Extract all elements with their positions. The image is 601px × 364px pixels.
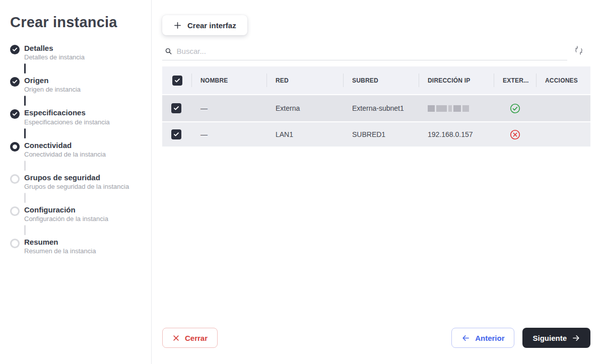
check-icon: [12, 111, 18, 117]
step-state-icon: [10, 45, 20, 54]
wizard-step-conectividad[interactable]: Conectividad Conectividad de la instanci…: [10, 141, 151, 159]
search-field: [162, 47, 567, 60]
wizard-step-detalles[interactable]: Detalles Detalles de instancia: [10, 44, 151, 61]
create-instance-wizard: Crear instancia Detalles Detalles de ins…: [0, 0, 601, 364]
search-icon: [165, 47, 172, 55]
next-button[interactable]: Siguiente: [522, 328, 590, 348]
step-connector: [24, 161, 26, 171]
column-header-acciones[interactable]: ACCIONES: [536, 66, 590, 94]
step-connector: [24, 193, 26, 203]
cell-nombre: —: [191, 104, 266, 112]
next-label: Siguiente: [532, 334, 567, 342]
check-icon: [174, 78, 180, 84]
step-description: Conectividad de la instancia: [24, 151, 106, 159]
search-input[interactable]: [177, 47, 567, 55]
table-header: NOMBRE RED SUBRED DIRECCIÓN IP EXTER... …: [162, 66, 590, 94]
previous-button[interactable]: Anterior: [451, 328, 514, 348]
wizard-sidebar: Crear instancia Detalles Detalles de ins…: [0, 0, 152, 364]
step-label: Especificaciones: [24, 108, 110, 117]
column-header-direccion-ip[interactable]: DIRECCIÓN IP: [419, 66, 494, 94]
step-description: Especificaciones de instancia: [24, 119, 110, 126]
step-label: Detalles: [24, 44, 85, 52]
previous-label: Anterior: [475, 334, 504, 342]
wizard-step-origen[interactable]: Origen Origen de instancia: [10, 76, 151, 94]
table-row[interactable]: — LAN1 SUBRED1 192.168.0.157: [162, 122, 590, 147]
step-state-icon: [10, 77, 20, 87]
step-text: Configuración Configuración de la instan…: [24, 205, 108, 223]
step-description: Grupos de seguridad de la instancia: [24, 183, 129, 191]
step-text: Origen Origen de instancia: [24, 76, 81, 94]
step-description: Detalles de instancia: [24, 54, 85, 61]
footer-nav-buttons: Anterior Siguiente: [451, 328, 590, 348]
step-description: Origen de instancia: [24, 86, 81, 94]
arrow-left-icon: [461, 334, 470, 342]
step-connector: [24, 63, 26, 74]
row-checkbox[interactable]: [171, 103, 181, 113]
redacted-ip-blur: [428, 105, 494, 112]
check-icon: [12, 79, 18, 85]
page-title: Crear instancia: [10, 14, 151, 31]
step-text: Detalles Detalles de instancia: [24, 44, 85, 61]
cell-subred: SUBRED1: [343, 130, 419, 138]
interfaces-table: NOMBRE RED SUBRED DIRECCIÓN IP EXTER... …: [162, 66, 590, 147]
wizard-footer: Cerrar Anterior Siguiente: [162, 328, 590, 348]
cell-externa: [494, 103, 536, 114]
step-state-icon: [10, 109, 20, 119]
step-text: Grupos de seguridad Grupos de seguridad …: [24, 173, 129, 191]
plus-icon: [173, 21, 182, 30]
close-icon: [172, 334, 180, 342]
cell-subred: Externa-subnet1: [343, 104, 419, 112]
column-header-subred[interactable]: SUBRED: [343, 66, 419, 94]
step-label: Resumen: [24, 238, 96, 246]
step-state-icon: [10, 239, 20, 248]
wizard-content: Crear interfaz: [152, 0, 601, 364]
step-connector: [24, 96, 26, 106]
cell-red: Externa: [266, 104, 343, 112]
step-label: Configuración: [24, 205, 108, 214]
step-text: Especificaciones Especificaciones de ins…: [24, 108, 110, 126]
refresh-button[interactable]: [567, 43, 590, 57]
column-header-nombre[interactable]: NOMBRE: [191, 66, 266, 94]
step-state-icon: [10, 206, 20, 216]
step-connector: [24, 128, 26, 138]
cell-nombre: —: [191, 130, 266, 138]
row-checkbox-cell: [162, 103, 191, 113]
create-interface-label: Crear interfaz: [187, 21, 236, 30]
check-icon: [173, 131, 179, 137]
wizard-step-resumen[interactable]: Resumen Resumen de la instancia: [10, 238, 151, 255]
column-header-externa[interactable]: EXTER...: [494, 66, 536, 94]
circle-x-icon: [510, 129, 520, 140]
cell-direccion-ip: [419, 105, 494, 112]
step-label: Origen: [24, 76, 81, 85]
header-checkbox-cell: [162, 66, 191, 94]
step-description: Configuración de la instancia: [24, 215, 108, 223]
check-icon: [12, 47, 18, 52]
wizard-step-grupos-de-seguridad[interactable]: Grupos de seguridad Grupos de seguridad …: [10, 173, 151, 191]
step-label: Conectividad: [24, 141, 106, 150]
close-button[interactable]: Cerrar: [162, 328, 218, 348]
table-body: — Externa Externa-subnet1 — LAN1 SUBRED1…: [162, 95, 590, 147]
check-icon: [173, 105, 179, 111]
step-description: Resumen de la instancia: [24, 248, 96, 255]
ip-address: 192.168.0.157: [428, 130, 473, 138]
close-label: Cerrar: [185, 334, 208, 342]
step-state-icon: [10, 142, 20, 152]
create-interface-button[interactable]: Crear interfaz: [162, 15, 247, 35]
step-connector: [24, 225, 26, 235]
select-all-checkbox[interactable]: [172, 76, 182, 86]
cell-externa: [494, 129, 536, 140]
circle-check-icon: [510, 103, 520, 114]
cell-direccion-ip: 192.168.0.157: [419, 130, 494, 138]
wizard-step-configuraci-n[interactable]: Configuración Configuración de la instan…: [10, 205, 151, 223]
wizard-steps: Detalles Detalles de instancia Origen Or…: [10, 44, 151, 255]
table-row[interactable]: — Externa Externa-subnet1: [162, 95, 590, 121]
step-state-icon: [10, 174, 20, 184]
column-header-red[interactable]: RED: [266, 66, 343, 94]
row-checkbox[interactable]: [171, 129, 181, 139]
row-checkbox-cell: [162, 129, 191, 139]
refresh-icon: [574, 45, 584, 55]
cell-red: LAN1: [266, 130, 343, 138]
step-text: Conectividad Conectividad de la instanci…: [24, 141, 106, 159]
search-row: [162, 43, 590, 60]
wizard-step-especificaciones[interactable]: Especificaciones Especificaciones de ins…: [10, 108, 151, 126]
